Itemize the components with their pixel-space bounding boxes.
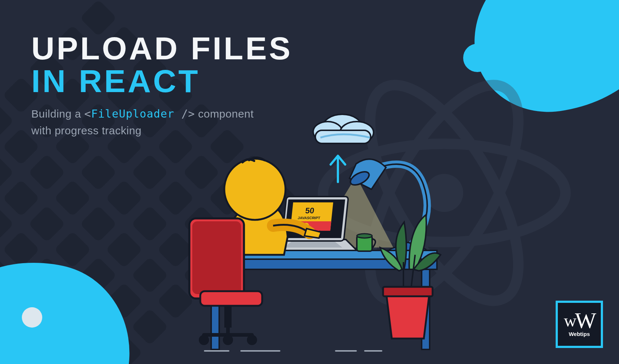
svg-rect-30 — [200, 291, 262, 306]
svg-point-32 — [199, 335, 209, 345]
title-line-2: IN REACT — [31, 63, 200, 99]
screen-label: JAVASCRIPT — [297, 216, 321, 220]
svg-rect-28 — [192, 221, 241, 294]
illustration-desk-scene: 50 JAVASCRIPT — [138, 109, 495, 357]
ground-dash — [204, 350, 229, 352]
cloud-icon — [313, 114, 374, 143]
svg-point-18 — [357, 234, 372, 238]
screen-number: 50 — [305, 206, 315, 215]
webtips-logo-icon: wW — [564, 312, 595, 330]
svg-point-33 — [223, 335, 233, 345]
ground-dash — [240, 350, 280, 352]
ground-dash — [335, 350, 357, 352]
title-line-1: UPLOAD FILES — [31, 30, 292, 66]
svg-point-34 — [247, 335, 257, 345]
potted-plant-icon — [380, 215, 441, 339]
page-title: UPLOAD FILES IN REACT — [31, 32, 292, 98]
svg-marker-20 — [284, 242, 342, 248]
svg-rect-31 — [224, 306, 232, 328]
webtips-badge: wW Webtips — [556, 301, 603, 348]
svg-rect-37 — [383, 287, 433, 296]
upload-arrow-icon — [331, 156, 345, 182]
svg-point-26 — [224, 159, 285, 220]
webtips-label: Webtips — [569, 331, 590, 337]
ground-dash — [364, 350, 382, 352]
accent-circle-bottom-left — [22, 307, 42, 328]
